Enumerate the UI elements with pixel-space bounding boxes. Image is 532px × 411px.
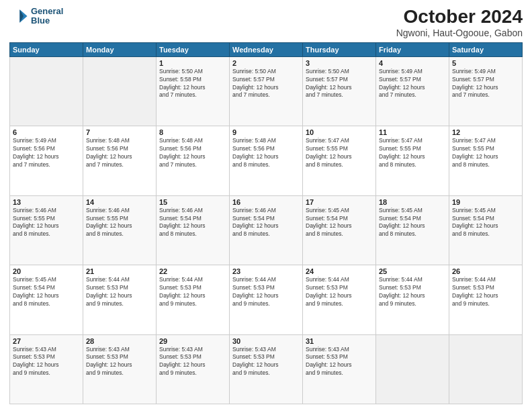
day-number: 23 — [232, 267, 300, 275]
day-number: 14 — [86, 198, 153, 206]
calendar-cell: 13Sunrise: 5:46 AM Sunset: 5:55 PM Dayli… — [10, 195, 83, 265]
day-number: 24 — [306, 267, 373, 275]
day-number: 31 — [306, 337, 373, 345]
day-info: Sunrise: 5:44 AM Sunset: 5:53 PM Dayligh… — [306, 276, 373, 308]
calendar-week-2: 6Sunrise: 5:49 AM Sunset: 5:56 PM Daylig… — [10, 126, 523, 195]
day-number: 22 — [159, 267, 226, 275]
day-info: Sunrise: 5:45 AM Sunset: 5:54 PM Dayligh… — [379, 207, 446, 239]
day-info: Sunrise: 5:49 AM Sunset: 5:57 PM Dayligh… — [452, 68, 519, 100]
day-number: 13 — [13, 198, 80, 206]
day-info: Sunrise: 5:46 AM Sunset: 5:54 PM Dayligh… — [159, 207, 226, 239]
calendar-cell: 9Sunrise: 5:48 AM Sunset: 5:56 PM Daylig… — [230, 126, 303, 195]
calendar-cell: 15Sunrise: 5:46 AM Sunset: 5:54 PM Dayli… — [157, 195, 230, 265]
calendar-cell: 4Sunrise: 5:49 AM Sunset: 5:57 PM Daylig… — [376, 56, 449, 126]
day-number: 6 — [13, 128, 80, 136]
calendar-cell: 23Sunrise: 5:44 AM Sunset: 5:53 PM Dayli… — [230, 265, 303, 334]
calendar-week-5: 27Sunrise: 5:43 AM Sunset: 5:53 PM Dayli… — [10, 334, 523, 404]
day-info: Sunrise: 5:43 AM Sunset: 5:53 PM Dayligh… — [159, 346, 226, 378]
day-info: Sunrise: 5:44 AM Sunset: 5:53 PM Dayligh… — [379, 276, 446, 308]
calendar-cell: 19Sunrise: 5:45 AM Sunset: 5:54 PM Dayli… — [449, 195, 523, 265]
day-number: 20 — [13, 267, 80, 275]
day-info: Sunrise: 5:50 AM Sunset: 5:57 PM Dayligh… — [232, 68, 300, 100]
calendar-cell — [449, 334, 523, 404]
header: General Blue October 2024 Ngwoni, Haut-O… — [9, 7, 523, 38]
day-info: Sunrise: 5:50 AM Sunset: 5:57 PM Dayligh… — [306, 68, 373, 100]
col-tuesday: Tuesday — [157, 42, 230, 56]
calendar-cell: 8Sunrise: 5:48 AM Sunset: 5:56 PM Daylig… — [157, 126, 230, 195]
day-number: 12 — [452, 128, 519, 136]
calendar-cell: 7Sunrise: 5:48 AM Sunset: 5:56 PM Daylig… — [83, 126, 157, 195]
col-saturday: Saturday — [449, 42, 523, 56]
day-number: 15 — [159, 198, 226, 206]
day-info: Sunrise: 5:49 AM Sunset: 5:56 PM Dayligh… — [13, 137, 80, 169]
day-info: Sunrise: 5:43 AM Sunset: 5:53 PM Dayligh… — [306, 346, 373, 378]
day-info: Sunrise: 5:48 AM Sunset: 5:56 PM Dayligh… — [86, 137, 153, 169]
col-monday: Monday — [83, 42, 157, 56]
day-number: 26 — [452, 267, 519, 275]
day-number: 8 — [159, 128, 226, 136]
day-info: Sunrise: 5:47 AM Sunset: 5:55 PM Dayligh… — [452, 137, 519, 169]
day-number: 28 — [86, 337, 153, 345]
calendar-cell: 1Sunrise: 5:50 AM Sunset: 5:58 PM Daylig… — [157, 56, 230, 126]
calendar-cell: 17Sunrise: 5:45 AM Sunset: 5:54 PM Dayli… — [303, 195, 376, 265]
calendar-cell: 26Sunrise: 5:44 AM Sunset: 5:53 PM Dayli… — [449, 265, 523, 334]
calendar-table: Sunday Monday Tuesday Wednesday Thursday… — [9, 42, 523, 404]
calendar-cell: 29Sunrise: 5:43 AM Sunset: 5:53 PM Dayli… — [157, 334, 230, 404]
day-info: Sunrise: 5:49 AM Sunset: 5:57 PM Dayligh… — [379, 68, 446, 100]
calendar-title: October 2024 — [396, 7, 523, 28]
day-info: Sunrise: 5:44 AM Sunset: 5:53 PM Dayligh… — [86, 276, 153, 308]
calendar-week-1: 1Sunrise: 5:50 AM Sunset: 5:58 PM Daylig… — [10, 56, 523, 126]
calendar-cell: 18Sunrise: 5:45 AM Sunset: 5:54 PM Dayli… — [376, 195, 449, 265]
day-info: Sunrise: 5:48 AM Sunset: 5:56 PM Dayligh… — [232, 137, 300, 169]
calendar-cell: 2Sunrise: 5:50 AM Sunset: 5:57 PM Daylig… — [230, 56, 303, 126]
calendar-cell: 5Sunrise: 5:49 AM Sunset: 5:57 PM Daylig… — [449, 56, 523, 126]
day-number: 10 — [306, 128, 373, 136]
page: General Blue October 2024 Ngwoni, Haut-O… — [0, 0, 532, 411]
calendar-cell: 30Sunrise: 5:43 AM Sunset: 5:53 PM Dayli… — [230, 334, 303, 404]
day-number: 7 — [86, 128, 153, 136]
day-info: Sunrise: 5:50 AM Sunset: 5:58 PM Dayligh… — [159, 68, 226, 100]
calendar-cell: 24Sunrise: 5:44 AM Sunset: 5:53 PM Dayli… — [303, 265, 376, 334]
day-number: 1 — [159, 59, 226, 67]
day-info: Sunrise: 5:43 AM Sunset: 5:53 PM Dayligh… — [86, 346, 153, 378]
logo-icon — [9, 7, 28, 26]
calendar-cell — [10, 56, 83, 126]
calendar-cell — [83, 56, 157, 126]
calendar-week-3: 13Sunrise: 5:46 AM Sunset: 5:55 PM Dayli… — [10, 195, 523, 265]
calendar-week-4: 20Sunrise: 5:45 AM Sunset: 5:54 PM Dayli… — [10, 265, 523, 334]
day-info: Sunrise: 5:47 AM Sunset: 5:55 PM Dayligh… — [306, 137, 373, 169]
title-block: October 2024 Ngwoni, Haut-Ogooue, Gabon — [396, 7, 523, 38]
calendar-cell: 6Sunrise: 5:49 AM Sunset: 5:56 PM Daylig… — [10, 126, 83, 195]
logo: General Blue — [9, 7, 63, 26]
calendar-cell: 3Sunrise: 5:50 AM Sunset: 5:57 PM Daylig… — [303, 56, 376, 126]
day-info: Sunrise: 5:45 AM Sunset: 5:54 PM Dayligh… — [13, 276, 80, 308]
col-sunday: Sunday — [10, 42, 83, 56]
logo-line1: General — [31, 7, 63, 16]
calendar-cell: 14Sunrise: 5:46 AM Sunset: 5:55 PM Dayli… — [83, 195, 157, 265]
calendar-cell: 22Sunrise: 5:44 AM Sunset: 5:53 PM Dayli… — [157, 265, 230, 334]
calendar-cell: 16Sunrise: 5:46 AM Sunset: 5:54 PM Dayli… — [230, 195, 303, 265]
logo-line2: Blue — [31, 16, 63, 26]
day-number: 9 — [232, 128, 300, 136]
day-number: 18 — [379, 198, 446, 206]
day-info: Sunrise: 5:47 AM Sunset: 5:55 PM Dayligh… — [379, 137, 446, 169]
calendar-cell: 21Sunrise: 5:44 AM Sunset: 5:53 PM Dayli… — [83, 265, 157, 334]
day-info: Sunrise: 5:46 AM Sunset: 5:55 PM Dayligh… — [86, 207, 153, 239]
calendar-cell: 25Sunrise: 5:44 AM Sunset: 5:53 PM Dayli… — [376, 265, 449, 334]
calendar-cell: 31Sunrise: 5:43 AM Sunset: 5:53 PM Dayli… — [303, 334, 376, 404]
logo-text: General Blue — [31, 7, 63, 26]
calendar-cell: 10Sunrise: 5:47 AM Sunset: 5:55 PM Dayli… — [303, 126, 376, 195]
day-number: 5 — [452, 59, 519, 67]
day-info: Sunrise: 5:44 AM Sunset: 5:53 PM Dayligh… — [232, 276, 300, 308]
day-number: 4 — [379, 59, 446, 67]
day-number: 19 — [452, 198, 519, 206]
calendar-subtitle: Ngwoni, Haut-Ogooue, Gabon — [396, 28, 523, 38]
day-info: Sunrise: 5:43 AM Sunset: 5:53 PM Dayligh… — [13, 346, 80, 378]
day-info: Sunrise: 5:48 AM Sunset: 5:56 PM Dayligh… — [159, 137, 226, 169]
day-info: Sunrise: 5:46 AM Sunset: 5:55 PM Dayligh… — [13, 207, 80, 239]
calendar-cell: 28Sunrise: 5:43 AM Sunset: 5:53 PM Dayli… — [83, 334, 157, 404]
day-info: Sunrise: 5:45 AM Sunset: 5:54 PM Dayligh… — [452, 207, 519, 239]
calendar-cell: 20Sunrise: 5:45 AM Sunset: 5:54 PM Dayli… — [10, 265, 83, 334]
day-number: 29 — [159, 337, 226, 345]
day-number: 21 — [86, 267, 153, 275]
